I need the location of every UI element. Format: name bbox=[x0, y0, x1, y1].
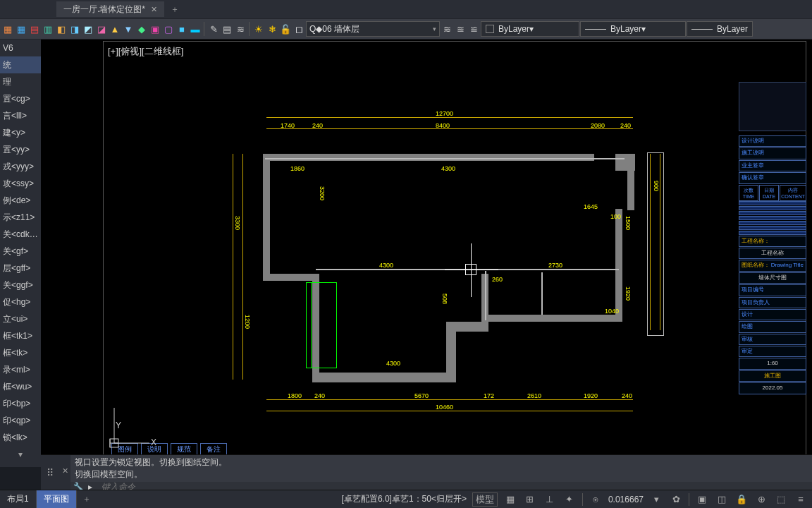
command-history: 视口设置为锁定视图。切换到图纸空间。 切换回模型空间。 bbox=[70, 455, 812, 482]
layer-current: Q◆06 墙体层 bbox=[309, 23, 359, 35]
add-layout-button[interactable]: ＋ bbox=[77, 490, 97, 508]
scale-icon[interactable]: ⍟ bbox=[589, 492, 603, 507]
sidebar-item[interactable]: 锁<lk> bbox=[0, 429, 41, 446]
sidebar-item[interactable]: 关<ggf> bbox=[0, 277, 41, 294]
sidebar-item[interactable]: 框<wu> bbox=[0, 378, 41, 395]
layer-lock-icon[interactable]: 🔓 bbox=[279, 23, 292, 35]
sidebar-item[interactable]: 攻<ssy> bbox=[0, 175, 41, 192]
tool-icon[interactable]: ▣ bbox=[695, 492, 709, 507]
crosshair-cursor bbox=[465, 264, 476, 275]
sidebar-item[interactable]: 印<bp> bbox=[0, 395, 41, 412]
close-icon[interactable]: ✕ bbox=[151, 5, 157, 14]
sidebar-item[interactable]: V6 bbox=[0, 40, 41, 56]
chevron-down-icon: ▾ bbox=[433, 25, 436, 32]
sidebar-item[interactable]: 置<yy> bbox=[0, 141, 41, 158]
sidebar-item[interactable]: 示<z11> bbox=[0, 209, 41, 226]
sidebar-item[interactable]: 促<hg> bbox=[0, 294, 41, 310]
snap-icon[interactable]: ⊞ bbox=[523, 492, 537, 507]
status-config: [卓艺配置6.0]卓艺1：50<归层开> bbox=[342, 493, 467, 505]
sidebar-item[interactable]: 置<cg> bbox=[0, 90, 41, 107]
sidebar-item[interactable]: 建<y> bbox=[0, 124, 41, 141]
tool-icon[interactable]: ◧ bbox=[55, 23, 68, 35]
tool-icon[interactable]: ■ bbox=[176, 23, 188, 35]
tool-icon[interactable]: ▲ bbox=[109, 23, 121, 35]
tool-icon[interactable]: ▦ bbox=[15, 23, 27, 35]
tool-icon[interactable]: ▢ bbox=[162, 23, 175, 35]
title-block: 设计说明 施工说明 业主签章 确认签章 次数TIME 日期DATE 内容CONT… bbox=[739, 82, 806, 418]
tool-icon[interactable]: ▬ bbox=[189, 23, 202, 35]
layer-tool-icon[interactable]: ≌ bbox=[467, 23, 480, 35]
viewport-label[interactable]: [+][俯视][二维线框] bbox=[108, 45, 183, 58]
tool-icon[interactable]: ▣ bbox=[149, 23, 161, 35]
tool-icon[interactable]: ◫ bbox=[715, 492, 729, 507]
polar-icon[interactable]: ✦ bbox=[562, 492, 577, 507]
tool-icon[interactable]: ◪ bbox=[95, 23, 108, 35]
model-button[interactable]: 模型 bbox=[472, 492, 498, 507]
document-tabs: 一房一厅.墙体定位图* ✕ ＋ bbox=[0, 0, 812, 18]
chevron-down-icon: ▾ bbox=[529, 24, 534, 34]
sidebar-item[interactable]: 关<gf> bbox=[0, 243, 41, 260]
sidebar-item[interactable]: 立<ui> bbox=[0, 310, 41, 327]
sidebar-item[interactable]: 框<tk> bbox=[0, 344, 41, 361]
sidebar-item[interactable]: 戎<yyy> bbox=[0, 158, 41, 175]
tool-icon[interactable]: ≋ bbox=[234, 23, 247, 35]
tool-icon[interactable]: ▤ bbox=[221, 23, 233, 35]
tool-icon[interactable]: ▦ bbox=[1, 23, 14, 35]
close-icon[interactable]: ✕ bbox=[59, 455, 70, 490]
layer-icon[interactable]: ❄ bbox=[266, 23, 278, 35]
tool-icon[interactable]: ◆ bbox=[135, 23, 148, 35]
sidebar-expand[interactable]: ▾ bbox=[0, 446, 41, 463]
tool-icon[interactable]: ◨ bbox=[68, 23, 81, 35]
sidebar-item[interactable]: 录<ml> bbox=[0, 361, 41, 378]
chevron-down-icon[interactable]: ▾ bbox=[649, 492, 663, 507]
tool-icon[interactable]: ▥ bbox=[42, 23, 54, 35]
tool-icon[interactable]: ◩ bbox=[82, 23, 94, 35]
sidebar-item[interactable]: 关<cdk… bbox=[0, 226, 41, 243]
sidebar-item[interactable]: 统 bbox=[0, 56, 41, 73]
lock-icon[interactable]: 🔒 bbox=[734, 492, 749, 507]
tool-icon[interactable]: ✎ bbox=[207, 23, 220, 35]
menu-icon[interactable]: ≡ bbox=[794, 492, 808, 507]
tool-icon[interactable]: ▤ bbox=[28, 23, 41, 35]
ortho-icon[interactable]: ⊥ bbox=[543, 492, 557, 507]
doc-tab-title: 一房一厅.墙体定位图* bbox=[63, 4, 145, 16]
sidebar-item[interactable]: 框<tk1> bbox=[0, 327, 41, 344]
status-bar: 布局1 平面图 ＋ [卓艺配置6.0]卓艺1：50<归层开> 模型 ▦ ⊞ ⊥ … bbox=[0, 490, 812, 508]
layout-tab[interactable]: 布局1 bbox=[0, 490, 37, 508]
drawing-area[interactable]: [+][俯视][二维线框] 12700 1740 240 8400 2080 2… bbox=[41, 40, 812, 467]
color-selector[interactable]: ByLayer ▾ bbox=[481, 21, 579, 37]
grid-icon[interactable]: ▦ bbox=[503, 492, 517, 507]
layer-tool-icon[interactable]: ≋ bbox=[441, 23, 453, 35]
view-cube[interactable] bbox=[739, 82, 806, 131]
layout-tab[interactable]: 平面图 bbox=[37, 490, 77, 508]
cmd-grid-icon[interactable]: ⠿ bbox=[41, 455, 59, 490]
command-panel: ⠿ ✕ 视口设置为锁定视图。切换到图纸空间。 切换回模型空间。 🔧 ▸_ bbox=[41, 454, 812, 490]
new-tab-button[interactable]: ＋ bbox=[167, 1, 183, 17]
layer-tool-icon[interactable]: ≊ bbox=[454, 23, 467, 35]
layer-selector[interactable]: Q◆06 墙体层 ▾ bbox=[306, 21, 440, 37]
sidebar-item[interactable]: 例<de> bbox=[0, 192, 41, 209]
sidebar-item[interactable]: 言<lll> bbox=[0, 107, 41, 124]
layer-icon[interactable]: ☀ bbox=[252, 23, 265, 35]
linetype-selector[interactable]: ByLayer ▾ bbox=[580, 21, 686, 37]
command-sidebar: V6 统 理 置<cg> 言<lll> 建<y> 置<yy> 戎<yyy> 攻<… bbox=[0, 40, 41, 467]
sidebar-item[interactable]: 印<qp> bbox=[0, 412, 41, 429]
tool-icon[interactable]: ⊕ bbox=[754, 492, 768, 507]
layer-color-icon[interactable]: ◻ bbox=[293, 23, 305, 35]
chevron-down-icon: ▾ bbox=[641, 24, 646, 34]
gear-icon[interactable]: ✿ bbox=[669, 492, 683, 507]
doc-tab[interactable]: 一房一厅.墙体定位图* ✕ bbox=[56, 1, 164, 17]
sidebar-item[interactable]: 理 bbox=[0, 73, 41, 90]
tool-icon[interactable]: ▼ bbox=[122, 23, 135, 35]
sidebar-item[interactable]: 层<gff> bbox=[0, 260, 41, 277]
tool-icon[interactable]: ⬚ bbox=[774, 492, 788, 507]
floor-plan: 12700 1740 240 8400 2080 240 4300 273 bbox=[189, 75, 675, 421]
lineweight-selector[interactable]: ByLayer bbox=[687, 21, 753, 37]
status-scale: 0.016667 bbox=[608, 495, 644, 504]
main-toolbar: ▦ ▦ ▤ ▥ ◧ ◨ ◩ ◪ ▲ ▼ ◆ ▣ ▢ ■ ▬ ✎ ▤ ≋ ☀ ❄ … bbox=[0, 18, 812, 40]
